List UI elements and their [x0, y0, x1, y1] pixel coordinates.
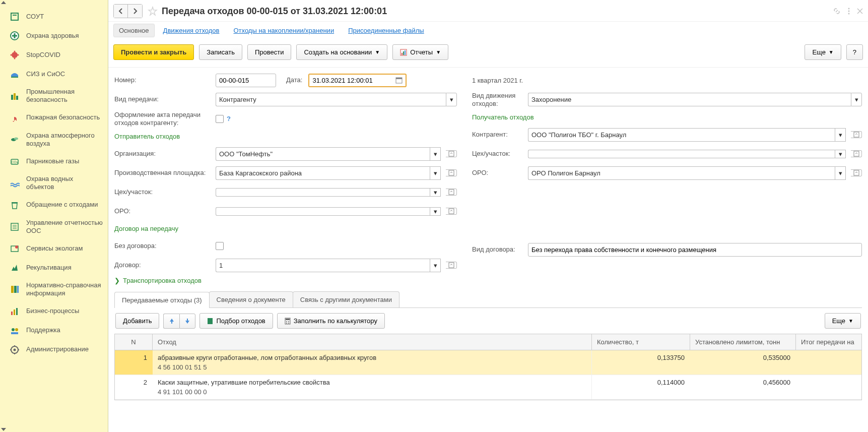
post-and-close-button[interactable]: Провести и закрыть — [113, 44, 194, 60]
save-button[interactable]: Записать — [199, 44, 242, 60]
open-icon[interactable] — [446, 189, 457, 196]
table-row[interactable]: 2Каски защитные, утратившие потребительс… — [115, 375, 861, 400]
sidebar-scroll-up[interactable] — [0, 0, 108, 5]
sidebar-item[interactable]: СИЗ и СиОС — [0, 65, 108, 84]
oro-select[interactable]: ▾ — [216, 207, 441, 216]
chevron-down-icon[interactable]: ▾ — [430, 166, 441, 180]
cell-total — [796, 375, 861, 399]
sidebar-item[interactable]: СОУТ — [0, 7, 108, 26]
chevron-down-icon[interactable]: ▾ — [835, 128, 846, 142]
chevron-down-icon[interactable]: ▾ — [835, 166, 846, 180]
rec-oro-select[interactable]: ОРО Полигон Барнаул ▾ — [528, 166, 846, 180]
pick-wastes-button[interactable]: Подбор отходов — [199, 313, 273, 329]
chevron-down-icon[interactable]: ▾ — [430, 147, 441, 161]
no-contract-checkbox[interactable] — [216, 242, 224, 250]
sidebar-item-label: Парниковые газы — [26, 157, 79, 165]
open-icon[interactable] — [851, 131, 862, 138]
tab-links[interactable]: Связь с другими документами — [293, 291, 399, 307]
open-icon[interactable] — [446, 262, 457, 269]
dept-select[interactable]: ▾ — [216, 188, 441, 197]
link-icon[interactable] — [833, 7, 841, 15]
subtab-main[interactable]: Основное — [113, 24, 155, 37]
svg-rect-52 — [449, 209, 454, 214]
open-icon[interactable] — [851, 169, 862, 176]
th-limit[interactable]: Установлено лимитом, тонн — [690, 334, 796, 350]
chevron-down-icon[interactable]: ▾ — [430, 259, 441, 272]
inner-tabs: Передаваемые отходы (3) Сведения о докум… — [114, 291, 862, 308]
sidebar-item[interactable]: Поддержка — [0, 321, 108, 340]
act-checkbox[interactable] — [216, 115, 224, 123]
site-select[interactable]: База Каргасокского района ▾ — [216, 166, 441, 180]
svg-point-35 — [14, 348, 16, 351]
fill-calc-button[interactable]: Заполнить по калькулятору — [277, 313, 385, 329]
move-up-button[interactable] — [163, 314, 179, 329]
more-button[interactable]: Еще▼ — [805, 44, 841, 60]
move-down-button[interactable] — [179, 314, 195, 329]
th-waste[interactable]: Отход — [153, 334, 592, 350]
tab-wastes[interactable]: Передаваемые отходы (3) — [114, 292, 210, 308]
close-icon[interactable] — [857, 8, 863, 14]
svg-rect-29 — [14, 310, 15, 315]
sidebar-item[interactable]: CO₂Парниковые газы — [0, 152, 108, 171]
th-total[interactable]: Итог передачи на — [796, 334, 861, 350]
movement-type-select[interactable]: Захоронение ▾ — [528, 93, 862, 106]
calendar-icon[interactable] — [392, 75, 406, 86]
sidebar-scroll-down[interactable] — [0, 427, 108, 432]
sidebar-item[interactable]: Обращение с отходами — [0, 196, 108, 215]
sidebar-item[interactable]: Сервисы экологам — [0, 239, 108, 258]
open-icon[interactable] — [446, 208, 457, 215]
number-input[interactable] — [216, 74, 276, 87]
post-button[interactable]: Провести — [247, 44, 292, 60]
tab-more-button[interactable]: Еще▼ — [825, 313, 861, 329]
chevron-down-icon[interactable]: ▾ — [430, 188, 441, 197]
svg-rect-57 — [208, 318, 213, 324]
rec-dept-select[interactable]: ▾ — [528, 150, 846, 158]
sidebar-item[interactable]: Промышленная безопасность — [0, 84, 108, 108]
sidebar-item[interactable]: Охрана здоровья — [0, 26, 108, 45]
sidebar-item[interactable]: Охрана водных объектов — [0, 171, 108, 196]
add-button[interactable]: Добавить — [115, 313, 159, 329]
transfer-type-select[interactable]: Контрагенту ▾ — [216, 93, 457, 106]
nav-forward-button[interactable] — [128, 5, 142, 18]
svg-rect-26 — [14, 286, 17, 293]
subtab-attached[interactable]: Присоединенные файлы — [343, 24, 430, 37]
dept-label: Цех/участок: — [114, 188, 213, 196]
tab-docinfo[interactable]: Сведения о документе — [209, 291, 293, 307]
table-body: 1абразивные круги отработанные, лом отра… — [115, 350, 861, 400]
create-based-button[interactable]: Создать на основании▼ — [296, 44, 387, 60]
open-icon[interactable] — [446, 169, 457, 176]
th-qty[interactable]: Количество, т — [592, 334, 690, 350]
subtab-movements[interactable]: Движения отходов — [158, 24, 225, 37]
sidebar-item[interactable]: Бизнес-процессы — [0, 302, 108, 321]
sidebar-item[interactable]: Нормативно-справочная информация — [0, 277, 108, 302]
sidebar-item[interactable]: Пожарная безопасность — [0, 108, 108, 128]
subtab-storage[interactable]: Отходы на накоплении/хранении — [228, 24, 340, 37]
table-row[interactable]: 1абразивные круги отработанные, лом отра… — [115, 350, 861, 375]
more-icon[interactable] — [848, 7, 850, 15]
chevron-down-icon: ▼ — [848, 318, 853, 324]
chevron-down-icon[interactable]: ▾ — [430, 207, 441, 216]
favorite-star-icon[interactable] — [148, 6, 158, 16]
help-button[interactable]: ? — [846, 44, 863, 60]
open-icon[interactable] — [446, 150, 457, 157]
sidebar-item[interactable]: StopCOVID — [0, 45, 108, 65]
reports-button[interactable]: Отчеты▼ — [392, 44, 448, 60]
date-input[interactable] — [309, 75, 392, 86]
chevron-down-icon[interactable]: ▾ — [446, 93, 457, 106]
chevron-down-icon[interactable]: ▾ — [835, 150, 846, 158]
contract-select[interactable]: 1 ▾ — [216, 259, 441, 272]
transport-expander[interactable]: ❯ Транспортировка отходов — [114, 273, 862, 288]
org-select[interactable]: ООО "ТомНефть" ▾ — [216, 147, 441, 161]
sidebar-item[interactable]: Управление отчетностью ООС — [0, 215, 108, 239]
sidebar-item[interactable]: Рекультивация — [0, 258, 108, 277]
help-icon[interactable]: ? — [227, 115, 231, 122]
sidebar-item[interactable]: Администрирование — [0, 340, 108, 359]
nav-back-button[interactable] — [114, 5, 128, 18]
open-icon[interactable] — [851, 150, 862, 157]
th-n[interactable]: N — [115, 334, 153, 350]
sidebar-item[interactable]: Охрана атмосферного воздуха — [0, 128, 108, 152]
chevron-down-icon[interactable]: ▾ — [851, 93, 862, 106]
covid-icon — [9, 49, 20, 60]
counterparty-select[interactable]: ООО "Полигон ТБО" г. Барнаул ▾ — [528, 128, 846, 142]
contract-type-input[interactable] — [528, 243, 862, 257]
